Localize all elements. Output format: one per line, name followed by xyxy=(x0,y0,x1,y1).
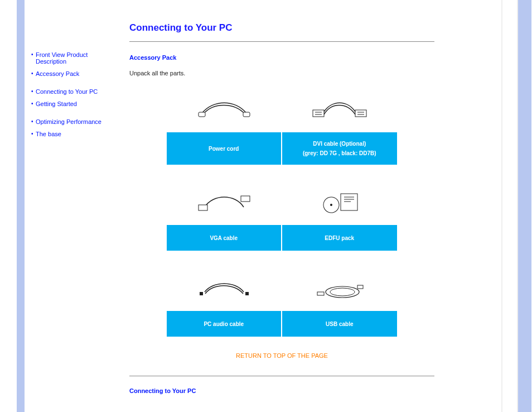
svg-rect-3 xyxy=(355,110,366,117)
row-1-labels: Power cord DVI cable (Optional) (grey: D… xyxy=(167,132,397,165)
main-content: Connecting to Your PC Accessory Pack Unp… xyxy=(113,0,451,412)
divider xyxy=(129,41,434,42)
vga-cable-label: VGA cable xyxy=(167,225,282,251)
nav-accessory-pack[interactable]: Accessory Pack xyxy=(31,69,107,82)
power-cord-icon xyxy=(196,97,252,123)
svg-rect-10 xyxy=(341,194,357,210)
sidebar: Front View Product Description Accessory… xyxy=(25,0,113,412)
svg-rect-0 xyxy=(199,112,205,117)
nav-front-view[interactable]: Front View Product Description xyxy=(31,50,107,69)
usb-cable-image xyxy=(282,266,398,311)
row-1-images xyxy=(167,88,397,132)
usb-cable-label: USB cable xyxy=(282,311,398,337)
nav-optimizing[interactable]: Optimizing Performance xyxy=(31,117,107,130)
pc-audio-cable-icon xyxy=(196,275,252,302)
edfu-pack-icon xyxy=(312,189,367,216)
svg-rect-20 xyxy=(317,292,324,295)
divider-2 xyxy=(129,376,434,376)
dvi-cable-image xyxy=(282,88,398,132)
row-3-labels: PC audio cable USB cable xyxy=(167,311,397,337)
power-cord-image xyxy=(167,88,282,132)
pc-audio-cable-image xyxy=(167,266,282,311)
connecting-heading: Connecting to Your PC xyxy=(129,387,434,394)
svg-rect-16 xyxy=(200,292,203,295)
usb-cable-icon xyxy=(312,275,367,302)
vga-cable-icon xyxy=(196,189,252,216)
power-cord-label: Power cord xyxy=(167,132,282,165)
intro-text: Unpack all the parts. xyxy=(129,70,434,76)
svg-rect-2 xyxy=(313,110,324,117)
svg-rect-21 xyxy=(357,285,363,289)
svg-rect-1 xyxy=(243,112,250,117)
row-2-images xyxy=(167,180,397,225)
row-3-images xyxy=(167,266,397,311)
svg-point-19 xyxy=(330,288,355,296)
page-title: Connecting to Your PC xyxy=(129,22,434,33)
row-2-labels: VGA cable EDFU pack xyxy=(167,225,397,251)
nav-getting-started[interactable]: Getting Started xyxy=(31,99,107,112)
accessory-pack-heading: Accessory Pack xyxy=(129,54,434,61)
svg-rect-17 xyxy=(245,292,249,295)
edfu-pack-image xyxy=(282,180,398,225)
edfu-pack-label: EDFU pack xyxy=(282,225,398,251)
accessory-grid: Power cord DVI cable (Optional) (grey: D… xyxy=(167,88,397,337)
vga-cable-image xyxy=(167,180,282,225)
pc-audio-cable-label: PC audio cable xyxy=(167,311,282,337)
nav-the-base[interactable]: The base xyxy=(31,130,107,142)
dvi-cable-label: DVI cable (Optional) (grey: DD 7G , blac… xyxy=(282,132,398,165)
svg-rect-9 xyxy=(241,196,250,202)
svg-rect-8 xyxy=(199,205,207,210)
nav-connecting-pc[interactable]: Connecting to Your PC xyxy=(31,87,107,99)
dvi-cable-icon xyxy=(312,97,367,123)
return-to-top-link[interactable]: RETURN TO TOP OF THE PAGE xyxy=(129,352,434,359)
